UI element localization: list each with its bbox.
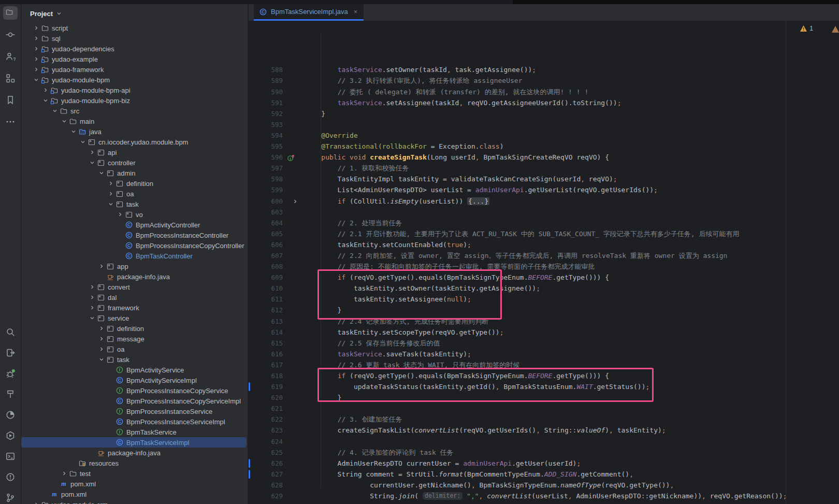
code-line-605[interactable]: 605 // 2.1 开启计数功能, 主要用于为了让表 ACT_RU_TASK … [249,228,839,239]
fold-gutter-icon[interactable] [283,196,305,207]
tree-item-yudao-module-bpm[interactable]: yudao-module-bpm [21,75,248,85]
chevron-right-icon[interactable] [97,262,106,270]
code-line-607[interactable]: 607 // 2.2 向前加签, 设置 owner, 置空 assign。等子任… [249,250,839,261]
commit-icon[interactable] [3,28,18,41]
code-line-613[interactable]: 613 // 2.4 记录加签方式, 完成任务时需要用到判断 [249,316,839,327]
code-line-629[interactable]: 629 String.join( delimiter: ",", convert… [249,491,839,501]
code-line-628[interactable]: 628 currentUser.getNickname(), BpmTaskSi… [249,480,839,491]
editor-tab-bpmtaskserviceimpl[interactable]: C BpmTaskServiceImpl.java × [254,4,364,21]
run-icon[interactable] [3,346,18,359]
tree-item-sql[interactable]: sql [21,33,248,44]
code-line-604[interactable]: 604 // 2. 处理当前任务 [249,218,839,228]
tree-item-bpmprocessinstancecontroller[interactable]: CBpmProcessInstanceController [21,230,248,240]
tree-item-bpmtaskserviceimpl[interactable]: CBpmTaskServiceImpl [21,437,247,448]
chevron-right-icon[interactable] [32,65,40,74]
chevron-right-icon[interactable] [106,179,115,188]
code-line-612[interactable]: 612 } [249,305,839,315]
code-line-614[interactable]: 614 taskEntity.setScopeType(reqVO.getTyp… [249,327,839,338]
tree-item-admin[interactable]: admin [21,168,248,178]
chevron-right-icon[interactable] [32,55,40,63]
code-line-603[interactable]: 603 [249,207,839,218]
code-line-592[interactable]: 592 } [249,108,839,119]
code-line-591[interactable]: 591 taskService.setAssignee(taskId, reqV… [249,97,839,108]
tree-item-dal[interactable]: dal [21,292,248,303]
profiler-icon[interactable] [3,408,18,422]
code-line-597[interactable]: 597 // 1. 获取和校验任务 [249,163,839,174]
chevron-right-icon[interactable] [41,86,50,94]
tree-item-test[interactable]: test [21,468,248,479]
tree-item-api[interactable]: api [21,147,248,157]
code-line-627[interactable]: 627 String comment = StrUtil.format(BpmC… [249,469,839,480]
tree-item-bpmprocessinstanceservice[interactable]: IBpmProcessInstanceService [21,406,248,416]
chevron-down-icon[interactable] [41,96,50,105]
code-line-610[interactable]: 610 taskEntity.setOwner(taskEntity.getAs… [249,283,839,294]
tree-item-message[interactable]: message [21,334,248,344]
more-icon[interactable] [3,115,18,128]
chevron-right-icon[interactable] [32,24,40,32]
chevron-down-icon[interactable] [88,159,96,167]
chevron-down-icon[interactable] [50,107,59,115]
tree-item-pom-xml[interactable]: mpom.xml [21,489,248,499]
code-line-589[interactable]: 589 // 3.2 执行转派(审批人), 将任务转派给 assigneeUse… [249,75,839,86]
chevron-down-icon[interactable] [78,138,87,146]
code-line-590[interactable]: 590 // 委托 ( delegate) 和转派 (transfer) 的差别… [249,87,839,97]
build-icon[interactable] [3,387,18,401]
code-line-598[interactable]: 598 TaskEntityImpl taskEntity = validate… [249,174,839,184]
tree-item-bpmactivityserviceimpl[interactable]: CBpmActivityServiceImpl [21,375,248,385]
tree-item-oa[interactable]: oa [21,189,248,199]
tree-item-yudao-module-bpm-biz[interactable]: yudao-module-bpm-biz [21,95,248,106]
tree-item-app[interactable]: app [21,261,248,271]
tree-item-task[interactable]: task [21,354,248,365]
code-line-621[interactable]: 621 [249,403,839,414]
tree-item-script[interactable]: script [21,23,248,33]
code-line-609[interactable]: 609 if (reqVO.getType().equals(BpmTaskSi… [249,272,839,283]
tree-item-bpmprocessinstancecopyserviceimpl[interactable]: CBpmProcessInstanceCopyServiceImpl [21,396,248,406]
tree-item-main[interactable]: main [21,116,248,126]
code-line-630[interactable]: 630 taskService.addComment(reqVO.getId()… [249,501,839,504]
code-line-588[interactable]: 588 taskService.setOwner(taskId, task.ge… [249,64,839,75]
tree-item-bpmactivitycontroller[interactable]: CBpmActivityController [21,220,248,230]
chevron-right-icon[interactable] [32,34,40,42]
chevron-right-icon[interactable] [88,293,96,301]
chevron-right-icon[interactable] [32,45,40,53]
tree-item-yudao-module-crm[interactable]: yudao-module-crm [21,499,248,504]
code-area[interactable]: 588 taskService.setOwner(taskId, task.ge… [249,21,839,504]
code-line-620[interactable]: 620 } [249,392,839,403]
tree-item-framework[interactable]: framework [21,303,248,313]
tree-item-package-info-java[interactable]: package-info.java [21,448,248,458]
code-line-618[interactable]: 618 if (reqVO.getType().equals(BpmTaskSi… [249,370,839,381]
chevron-right-icon[interactable] [60,469,68,478]
folded-region[interactable]: {...} [467,197,489,205]
tree-item-yudao-example[interactable]: yudao-example [21,54,248,64]
tree-item-bpmtaskservice[interactable]: IBpmTaskService [21,427,248,437]
code-line-594[interactable]: 594 @Override [249,130,839,141]
tree-item-yudao-module-bpm-api[interactable]: yudao-module-bpm-api [21,85,248,95]
tree-item-oa[interactable]: oa [21,344,248,354]
code-line-616[interactable]: 616 taskService.saveTask(taskEntity); [249,349,839,359]
code-line-596[interactable]: 596I public void createSignTask(Long use… [249,152,839,163]
code-line-606[interactable]: 606 taskEntity.setCountEnabled(true); [249,239,839,250]
chevron-down-icon[interactable] [97,169,106,177]
chevron-right-icon[interactable] [97,345,106,353]
code-line-595[interactable]: 595 @Transactional(rollbackFor = Excepti… [249,141,839,152]
code-line-615[interactable]: 615 // 2.5 保存当前任务修改后的值 [249,338,839,349]
tree-item-definition[interactable]: definition [21,323,248,334]
project-folder-icon[interactable] [3,6,18,20]
tree-item-vo[interactable]: vo [21,209,248,220]
chevron-down-icon[interactable] [97,355,106,364]
search-icon[interactable] [3,325,18,339]
chevron-right-icon[interactable] [115,210,124,219]
tree-item-resources[interactable]: resources [21,458,248,468]
tree-item-task[interactable]: task [21,199,248,209]
debug-icon[interactable] [3,367,18,380]
chevron-down-icon[interactable] [60,117,68,125]
code-line-619[interactable]: 619 updateTaskStatus(taskEntity.getId(),… [249,381,839,392]
tree-item-cn-iocoder-yudao-module-bpm[interactable]: cn.iocoder.yudao.module.bpm [21,137,248,147]
chevron-right-icon[interactable] [88,283,96,291]
bookmarks-icon[interactable] [3,93,18,107]
code-line-599[interactable]: 599 List<AdminUserRespDTO> userList = ad… [249,184,839,195]
chevron-right-icon[interactable] [88,148,96,156]
code-line-624[interactable]: 624 [249,436,839,447]
chevron-right-icon[interactable] [97,335,106,343]
code-line-626[interactable]: 626 AdminUserRespDTO currentUser = admin… [249,458,839,469]
